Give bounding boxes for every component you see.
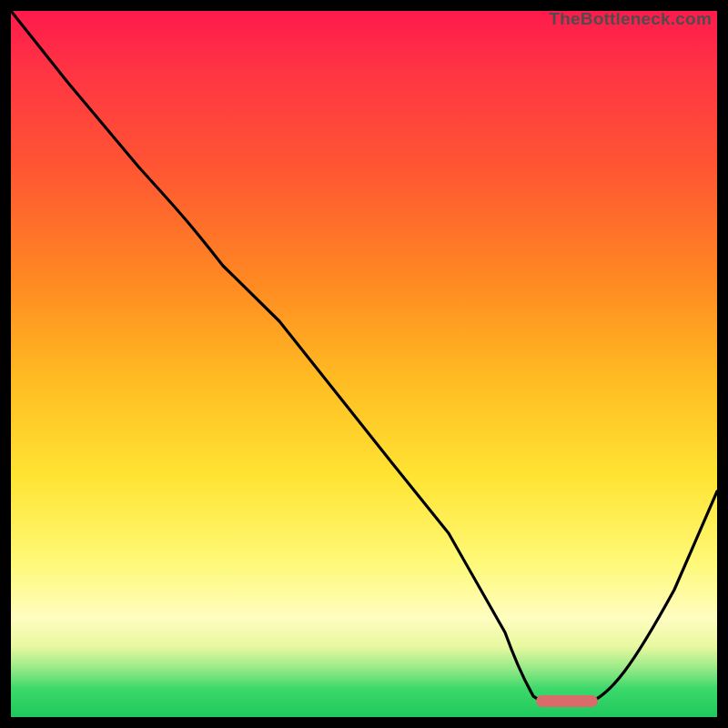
curve-path <box>11 11 717 703</box>
chart-frame: TheBottleneck.com <box>0 0 728 728</box>
bottleneck-curve <box>11 11 717 717</box>
optimal-range-marker <box>536 695 598 707</box>
